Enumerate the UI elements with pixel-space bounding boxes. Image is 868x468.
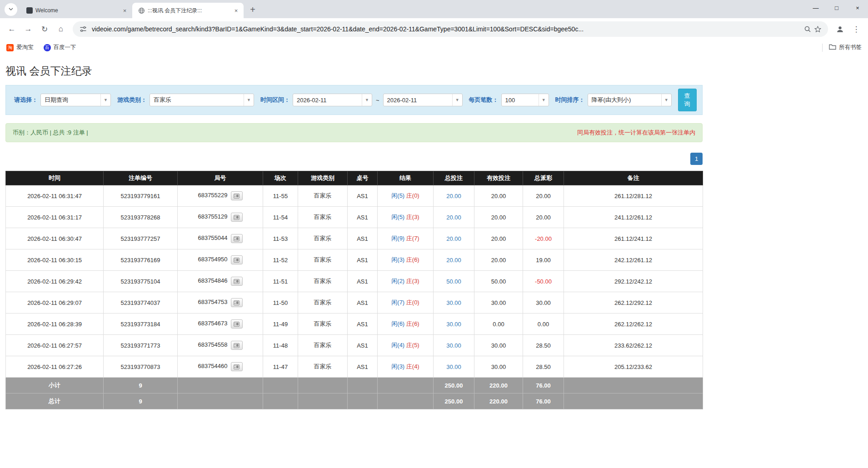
cell-time: 2026-02-11 06:30:15 [6, 249, 104, 271]
url-bar[interactable]: videoie.com/game/betrecord_search/kind3?… [73, 21, 828, 37]
query-type-select[interactable]: 日期查询 ▼ [40, 94, 111, 106]
cell-round: 683754950 [178, 249, 263, 271]
cell-valid-bet: 50.00 [474, 271, 523, 292]
round-number: 683754673 [198, 320, 227, 327]
cell-payout: -20.00 [523, 228, 564, 249]
cell-result: 闲(5) 庄(0) [378, 185, 434, 207]
reload-button[interactable]: ↻ [38, 22, 51, 36]
cell-game-kind: 百家乐 [298, 314, 348, 335]
forward-button[interactable]: → [21, 22, 35, 36]
minimize-button[interactable]: — [805, 0, 826, 15]
video-replay-button[interactable] [231, 255, 243, 264]
search-button[interactable]: 查询 [678, 89, 697, 111]
footer-cell: 220.00 [474, 393, 523, 409]
round-number: 683754950 [198, 256, 227, 263]
video-replay-button[interactable] [231, 341, 243, 350]
globe-favicon-icon [138, 7, 145, 14]
cell-session: 11-52 [263, 249, 298, 271]
video-replay-button[interactable] [231, 319, 243, 329]
table-row: 2026-02-11 06:27:26523193770873683754460… [6, 356, 703, 378]
back-button[interactable]: ← [5, 22, 19, 36]
result-player: 闲(3) [391, 363, 404, 370]
zoom-icon[interactable] [803, 24, 813, 34]
game-kind-select[interactable]: 百家乐 ▼ [150, 94, 254, 106]
table-row: 2026-02-11 06:28:39523193773184683754673… [6, 314, 703, 335]
chevron-down-icon: ▼ [100, 94, 110, 106]
cell-time: 2026-02-11 06:27:26 [6, 356, 104, 378]
cell-bet-id: 523193771773 [104, 335, 178, 356]
total-bet-link[interactable]: 20.00 [446, 235, 461, 242]
footer-cell: 总计 [6, 393, 104, 409]
total-bet-link[interactable]: 20.00 [446, 257, 461, 264]
per-page-select[interactable]: 100 ▼ [501, 94, 549, 106]
profile-icon[interactable] [833, 22, 847, 36]
cell-bet-id: 523193777257 [104, 228, 178, 249]
tab-close-icon[interactable]: × [121, 7, 129, 15]
cell-valid-bet: 30.00 [474, 356, 523, 378]
total-bet-link[interactable]: 20.00 [446, 193, 461, 199]
new-tab-button[interactable]: + [246, 3, 259, 16]
menu-kebab-icon[interactable]: ⋮ [849, 22, 863, 36]
total-bet-link[interactable]: 30.00 [446, 321, 461, 328]
date-end-select[interactable]: 2026-02-11 ▼ [383, 94, 463, 106]
date-start-select[interactable]: 2026-02-11 ▼ [293, 94, 372, 106]
footer-cell: 220.00 [474, 378, 523, 393]
table-row: 2026-02-11 06:31:17523193778268683755129… [6, 207, 703, 228]
folder-icon [829, 44, 836, 51]
window-close-button[interactable]: × [847, 0, 868, 15]
welcome-favicon-icon [26, 7, 33, 14]
home-button[interactable]: ⌂ [54, 22, 68, 36]
maximize-button[interactable]: □ [826, 0, 847, 15]
payout-value: 20.00 [536, 214, 551, 221]
video-replay-button[interactable] [231, 191, 243, 200]
cell-result: 闲(6) 庄(6) [378, 314, 434, 335]
cell-remark: 261.12/281.12 [564, 185, 703, 207]
video-replay-button[interactable] [231, 362, 243, 371]
tab-close-icon[interactable]: × [232, 7, 240, 15]
cell-total-bet: 30.00 [434, 314, 474, 335]
video-replay-button[interactable] [231, 298, 243, 307]
tab-search-button[interactable] [5, 3, 17, 16]
footer-cell [298, 378, 348, 393]
video-replay-button[interactable] [231, 234, 243, 243]
column-header: 总投注 [434, 171, 474, 185]
video-replay-button[interactable] [231, 213, 243, 222]
url-text: videoie.com/game/betrecord_search/kind3?… [92, 25, 798, 33]
cell-game-kind: 百家乐 [298, 185, 348, 207]
browser-chrome: Welcome × :::视讯 会员下注纪录::: × + — □ × ← → … [0, 0, 868, 55]
bookmark-aitaobao[interactable]: 淘 爱淘宝 [6, 44, 34, 51]
cell-round: 683755229 [178, 185, 263, 207]
total-bet-link[interactable]: 50.00 [446, 278, 461, 285]
total-bet-link[interactable]: 30.00 [446, 363, 461, 370]
total-bet-link[interactable]: 30.00 [446, 342, 461, 349]
tab-betrecord[interactable]: :::视讯 会员下注纪录::: × [132, 3, 244, 18]
result-banker: 庄(0) [406, 299, 419, 306]
page-1-button[interactable]: 1 [690, 153, 703, 165]
result-banker: 庄(4) [406, 363, 419, 370]
all-bookmarks-button[interactable]: 所有书签 [829, 44, 862, 51]
sort-select[interactable]: 降幂(由大到小) ▼ [588, 94, 672, 106]
tab-welcome[interactable]: Welcome × [21, 3, 132, 18]
cell-session: 11-55 [263, 185, 298, 207]
page-title: 视讯 会员下注纪录 [5, 64, 703, 78]
cell-game-kind: 百家乐 [298, 292, 348, 314]
browser-toolbar: ← → ↻ ⌂ videoie.com/game/betrecord_searc… [0, 18, 868, 40]
bet-table-foot: 小计9250.00220.0076.00总计9250.00220.0076.00 [6, 378, 703, 409]
total-bet-link[interactable]: 30.00 [446, 299, 461, 306]
cell-bet-id: 523193779161 [104, 185, 178, 207]
cell-valid-bet: 30.00 [474, 335, 523, 356]
footer-cell [378, 378, 434, 393]
bookmark-star-icon[interactable] [813, 24, 823, 34]
cell-game-kind: 百家乐 [298, 249, 348, 271]
bet-table-body: 2026-02-11 06:31:47523193779161683755229… [6, 185, 703, 378]
column-header: 桌号 [348, 171, 378, 185]
video-replay-button[interactable] [231, 277, 243, 286]
bookmark-baidu[interactable]: 百 百度一下 [44, 44, 76, 51]
cell-time: 2026-02-11 06:27:57 [6, 335, 104, 356]
total-bet-link[interactable]: 20.00 [446, 214, 461, 221]
page-content: 视讯 会员下注纪录 请选择： 日期查询 ▼ 游戏类别： 百家乐 ▼ 时间区间： … [5, 64, 703, 409]
site-settings-icon[interactable] [78, 24, 88, 34]
footer-cell [263, 393, 298, 409]
cell-time: 2026-02-11 06:31:17 [6, 207, 104, 228]
cell-session: 11-47 [263, 356, 298, 378]
